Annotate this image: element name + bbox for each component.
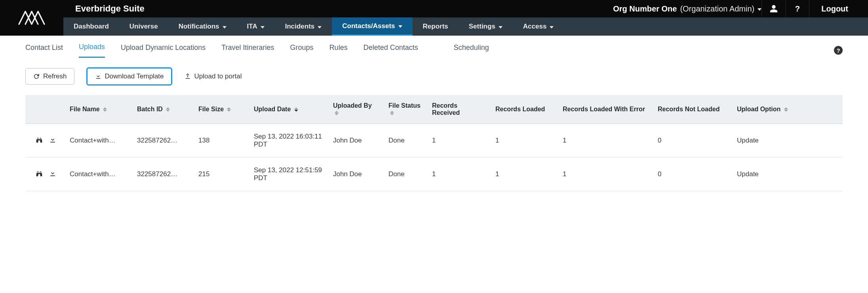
download-template-label: Download Template	[105, 72, 164, 80]
column-uploaded-by[interactable]: Uploaded By	[328, 95, 384, 124]
subnav-item-travel-itineraries[interactable]: Travel Itineraries	[221, 44, 274, 57]
column-uploaded-by-label: Uploaded By	[333, 102, 372, 109]
column-file-status[interactable]: File Status	[384, 95, 427, 124]
cell-upload-date: Sep 13, 2022 12:51:59 PDT	[249, 158, 328, 191]
toolbar: Refresh Download Template Upload to port…	[0, 58, 868, 95]
column-records-not-loaded-label: Records Not Loaded	[658, 106, 720, 112]
cell-batch-id: 322587262…	[132, 158, 194, 191]
chevron-down-icon	[398, 25, 402, 28]
cell-batch-id: 322587262…	[132, 124, 194, 158]
nav-item-universe[interactable]: Universe	[119, 17, 168, 36]
cell-file-size: 138	[194, 124, 249, 158]
org-name: Org Number One	[613, 4, 677, 13]
column-records-loaded[interactable]: Records Loaded	[491, 95, 558, 124]
refresh-icon	[33, 73, 40, 80]
cell-records-loaded: 1	[491, 124, 558, 158]
help-icon[interactable]: ?	[834, 46, 843, 55]
help-icon-button[interactable]: ?	[785, 0, 809, 17]
download-row-icon[interactable]	[48, 136, 57, 146]
sort-icon	[784, 107, 788, 112]
cell-upload-date: Sep 13, 2022 16:03:11 PDT	[249, 124, 328, 158]
logo[interactable]	[0, 0, 63, 36]
subnav-item-uploads[interactable]: Uploads	[79, 43, 105, 58]
column-upload-date[interactable]: Upload Date	[249, 95, 328, 124]
upload-icon	[184, 73, 191, 80]
view-details-icon[interactable]	[35, 136, 44, 146]
view-details-icon[interactable]	[35, 169, 44, 179]
column-records-not-loaded[interactable]: Records Not Loaded	[653, 95, 732, 124]
cell-upload-option: Update	[732, 158, 843, 191]
upload-to-portal-label: Upload to portal	[194, 72, 242, 80]
sort-icon	[294, 107, 298, 112]
nav-item-reports[interactable]: Reports	[413, 17, 459, 36]
column-file-size-label: File Size	[198, 106, 224, 112]
suite-title: Everbridge Suite	[75, 4, 613, 14]
user-icon	[769, 4, 778, 13]
topbar: Everbridge Suite Org Number One (Organiz…	[0, 0, 868, 36]
logout-button[interactable]: Logout	[809, 0, 860, 17]
sort-icon	[335, 111, 339, 115]
subnav-item-scheduling[interactable]: Scheduling	[454, 44, 489, 57]
cell-uploaded-by: John Doe	[328, 158, 384, 191]
user-icon-button[interactable]	[761, 0, 785, 17]
org-switcher[interactable]: Org Number One (Organization Admin)	[613, 4, 761, 13]
main-nav: DashboardUniverseNotificationsITAInciden…	[63, 17, 868, 36]
chevron-down-icon	[550, 26, 554, 29]
chevron-down-icon	[499, 26, 503, 29]
table-row: Contact+with…322587262…215Sep 13, 2022 1…	[25, 158, 843, 191]
chevron-down-icon	[318, 26, 322, 29]
sort-icon	[390, 111, 394, 115]
nav-item-notifications[interactable]: Notifications	[168, 17, 237, 36]
nav-item-label: Contacts/Assets	[342, 22, 395, 30]
column-file-size[interactable]: File Size	[194, 95, 249, 124]
download-icon	[95, 73, 102, 80]
sort-icon	[227, 107, 231, 112]
column-upload-option[interactable]: Upload Option	[732, 95, 843, 124]
org-role: (Organization Admin)	[680, 4, 754, 13]
download-row-icon[interactable]	[48, 169, 57, 179]
nav-item-label: ITA	[247, 23, 257, 30]
cell-file-name: Contact+with…	[65, 124, 132, 158]
chevron-down-icon	[261, 26, 265, 29]
download-template-button[interactable]: Download Template	[86, 67, 172, 86]
cell-file-name: Contact+with…	[65, 158, 132, 191]
column-batch-id[interactable]: Batch ID	[132, 95, 194, 124]
subnav-item-groups[interactable]: Groups	[290, 44, 314, 57]
cell-records-received: 1	[427, 158, 491, 191]
question-icon: ?	[795, 4, 800, 13]
column-records-loaded-error[interactable]: Records Loaded With Error	[558, 95, 653, 124]
column-actions	[25, 95, 65, 124]
nav-item-label: Dashboard	[74, 23, 109, 30]
uploads-table: File Name Batch ID File Size Upload Date…	[25, 95, 843, 191]
nav-item-label: Access	[523, 23, 547, 30]
cell-records-received: 1	[427, 124, 491, 158]
nav-item-incidents[interactable]: Incidents	[275, 17, 332, 36]
everbridge-logo-icon	[16, 6, 48, 30]
column-upload-option-label: Upload Option	[737, 106, 780, 112]
cell-file-status: Done	[384, 124, 427, 158]
column-upload-date-label: Upload Date	[254, 106, 291, 112]
column-file-name-label: File Name	[70, 106, 100, 112]
refresh-button[interactable]: Refresh	[25, 68, 74, 85]
nav-item-access[interactable]: Access	[513, 17, 564, 36]
subnav-item-rules[interactable]: Rules	[329, 44, 348, 57]
column-records-received[interactable]: Records Received	[427, 95, 491, 124]
column-file-name[interactable]: File Name	[65, 95, 132, 124]
nav-item-label: Incidents	[285, 23, 315, 30]
subnav-item-deleted-contacts[interactable]: Deleted Contacts	[364, 44, 418, 57]
nav-item-contacts-assets[interactable]: Contacts/Assets	[332, 17, 412, 36]
nav-item-ita[interactable]: ITA	[237, 17, 275, 36]
nav-item-label: Universe	[129, 23, 158, 30]
subnav-item-contact-list[interactable]: Contact List	[25, 44, 63, 57]
nav-item-settings[interactable]: Settings	[459, 17, 513, 36]
chevron-down-icon	[223, 26, 227, 29]
cell-file-status: Done	[384, 158, 427, 191]
cell-records-not-loaded: 0	[653, 158, 732, 191]
cell-records-loaded: 1	[491, 158, 558, 191]
column-records-received-label: Records Received	[432, 102, 460, 116]
sort-icon	[103, 107, 107, 112]
nav-item-dashboard[interactable]: Dashboard	[63, 17, 119, 36]
nav-item-label: Reports	[423, 23, 448, 30]
upload-to-portal-button[interactable]: Upload to portal	[184, 72, 242, 80]
subnav-item-upload-dynamic-locations[interactable]: Upload Dynamic Locations	[121, 44, 206, 57]
